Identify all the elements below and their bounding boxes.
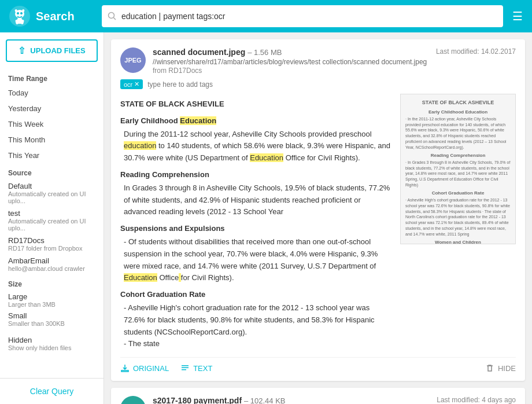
content-para-1: During the 2011-12 school year, Ashevill… xyxy=(124,128,391,164)
upload-files-button[interactable]: ⇧ UPLOAD FILES xyxy=(6,39,98,62)
sidebar-item-today[interactable]: Today xyxy=(0,85,104,101)
content-para-2: In Grades 3 through 8 in Asheville City … xyxy=(124,182,391,218)
upload-label: UPLOAD FILES xyxy=(30,46,85,55)
sidebar-source-default[interactable]: Default Automatically created on UI uplo… xyxy=(0,179,104,207)
result-header-2: PDF s2017-180 payment.pdf – 102.44 KB //… xyxy=(120,396,516,404)
search-bar[interactable] xyxy=(102,5,503,27)
logo-area: Search xyxy=(9,6,102,27)
sidebar-item-this-year[interactable]: This Year xyxy=(0,148,104,163)
sidebar-hidden-item[interactable]: Hidden Show only hidden files xyxy=(0,333,104,354)
svg-point-3 xyxy=(20,12,23,14)
content-para-3: - Of students without disabilities that … xyxy=(124,236,391,284)
sidebar-source-rd17docs[interactable]: RD17Docs RD17 folder from Dropbox xyxy=(0,234,104,254)
header: Search ☰ xyxy=(0,0,532,32)
preview-image-1: STATE OF BLACK ASHEVILE Early Childhood … xyxy=(400,94,516,244)
svg-point-2 xyxy=(17,12,19,14)
file-info-2: s2017-180 payment.pdf – 102.44 KB //hell… xyxy=(153,396,437,404)
content-title-1: STATE OF BLACK ASHEVILE xyxy=(120,98,391,111)
sidebar-size-large[interactable]: Large Larger than 3MB xyxy=(0,291,104,310)
size-title: Size xyxy=(0,274,104,291)
trash-icon xyxy=(485,363,494,373)
last-modified-1: Last modified: 14.02.2017 xyxy=(436,47,516,56)
svg-rect-12 xyxy=(182,368,189,369)
hamburger-menu-icon[interactable]: ☰ xyxy=(512,9,523,23)
last-modified-2: Last modified: 4 days ago xyxy=(437,396,516,404)
result-body-1: STATE OF BLACK ASHEVILE Early Childhood … xyxy=(120,94,516,350)
result-header-1: JPEG scanned document.jpeg – 1.56 MB //w… xyxy=(120,47,516,75)
svg-point-9 xyxy=(109,13,114,19)
main-content: JPEG scanned document.jpeg – 1.56 MB //w… xyxy=(104,32,532,404)
tag-area-1: ocr ✕ xyxy=(120,79,516,89)
content-para-4: - Asheville High's cohort graduation rat… xyxy=(124,302,391,338)
clear-query-button[interactable]: Clear Query xyxy=(0,378,104,404)
content-title-5: Cohort Graduation Rate xyxy=(120,289,391,301)
text-button-1[interactable]: TEXT xyxy=(180,363,212,373)
result-card-1: JPEG scanned document.jpeg – 1.56 MB //w… xyxy=(111,39,525,381)
content-title-4: Suspensions and Expulsions xyxy=(120,223,391,235)
layout: ⇧ UPLOAD FILES Time Range Today Yesterda… xyxy=(0,32,532,404)
upload-icon: ⇧ xyxy=(18,45,25,56)
file-name-2: s2017-180 payment.pdf – 102.44 KB xyxy=(153,396,437,404)
download-icon xyxy=(120,363,130,373)
sidebar-item-this-month[interactable]: This Month xyxy=(0,132,104,148)
svg-rect-13 xyxy=(182,369,186,370)
source-title: Source xyxy=(0,163,104,179)
content-title-2: Early Childhood Education xyxy=(120,115,391,127)
content-title-3: Reading Comprehension xyxy=(120,169,391,181)
file-name-1: scanned document.jpeg – 1.56 MB xyxy=(153,47,427,57)
logo-icon xyxy=(9,6,30,27)
app-title: Search xyxy=(36,10,75,23)
text-icon xyxy=(180,363,190,373)
result-text-1: STATE OF BLACK ASHEVILE Early Childhood … xyxy=(120,94,391,350)
sidebar-source-test[interactable]: test Automatically created on UI uplo... xyxy=(0,207,104,234)
result-title-area-2: PDF s2017-180 payment.pdf – 102.44 KB //… xyxy=(120,396,437,404)
search-icon xyxy=(108,12,117,21)
file-badge-pdf: PDF xyxy=(120,396,146,404)
ocr-badge-1: ocr ✕ xyxy=(120,79,143,89)
search-input[interactable] xyxy=(121,12,497,21)
sidebar-item-this-week[interactable]: This Week xyxy=(0,116,104,132)
footer-actions-1: ORIGINAL TEXT xyxy=(120,363,212,373)
file-info-1: scanned document.jpeg – 1.56 MB //winser… xyxy=(153,47,427,75)
tag-input-1[interactable] xyxy=(147,80,516,89)
file-source-1: from RD17Docs xyxy=(153,67,427,75)
hide-button-1[interactable]: HIDE xyxy=(485,363,516,373)
content-para-5: - The state xyxy=(124,338,391,350)
sidebar-item-yesterday[interactable]: Yesterday xyxy=(0,101,104,116)
sidebar-source-ambar-email[interactable]: AmbarEmail hello@ambar.cloud crawler xyxy=(0,254,104,274)
svg-rect-11 xyxy=(182,365,189,366)
time-range-title: Time Range xyxy=(0,69,104,85)
ocr-close-icon[interactable]: ✕ xyxy=(134,80,139,88)
sidebar: ⇧ UPLOAD FILES Time Range Today Yesterda… xyxy=(0,32,104,404)
svg-line-10 xyxy=(114,18,116,20)
result-title-area-1: JPEG scanned document.jpeg – 1.56 MB //w… xyxy=(120,47,427,75)
original-button-1[interactable]: ORIGINAL xyxy=(120,363,169,373)
result-card-2: PDF s2017-180 payment.pdf – 102.44 KB //… xyxy=(111,388,525,404)
result-footer-1: ORIGINAL TEXT HIDE xyxy=(120,357,516,373)
file-path-1: //winserver/share/rd17/ambar/articles/bl… xyxy=(153,58,427,66)
file-badge-jpeg: JPEG xyxy=(120,47,146,73)
result-preview-1: STATE OF BLACK ASHEVILE Early Childhood … xyxy=(400,94,516,350)
result-content-1: STATE OF BLACK ASHEVILE Early Childhood … xyxy=(120,98,391,350)
sidebar-size-small[interactable]: Small Smaller than 300KB xyxy=(0,310,104,329)
